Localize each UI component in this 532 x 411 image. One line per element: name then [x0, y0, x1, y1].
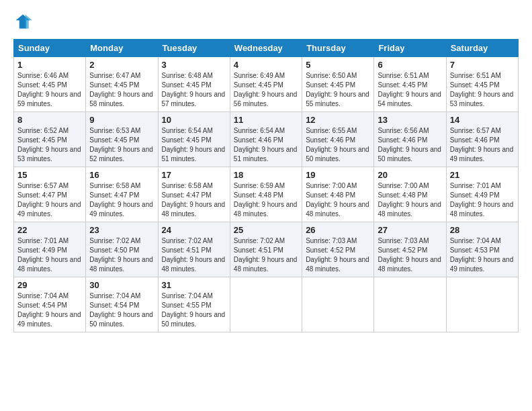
day-info: Sunrise: 7:00 AMSunset: 4:48 PMDaylight:…	[306, 182, 369, 218]
logo	[13, 12, 35, 31]
calendar-cell: 7 Sunrise: 6:51 AMSunset: 4:45 PMDayligh…	[446, 57, 518, 112]
day-info: Sunrise: 6:58 AMSunset: 4:47 PMDaylight:…	[89, 182, 153, 218]
day-number: 15	[17, 170, 82, 180]
day-info: Sunrise: 6:54 AMSunset: 4:45 PMDaylight:…	[162, 127, 226, 163]
day-info: Sunrise: 6:51 AMSunset: 4:45 PMDaylight:…	[378, 72, 441, 107]
day-info: Sunrise: 6:54 AMSunset: 4:46 PMDaylight:…	[234, 127, 298, 163]
day-info: Sunrise: 6:59 AMSunset: 4:48 PMDaylight:…	[234, 182, 298, 218]
day-info: Sunrise: 7:02 AMSunset: 4:51 PMDaylight:…	[234, 237, 298, 273]
day-number: 29	[17, 280, 82, 290]
calendar-cell: 30 Sunrise: 7:04 AMSunset: 4:54 PMDaylig…	[86, 277, 158, 332]
day-info: Sunrise: 6:57 AMSunset: 4:46 PMDaylight:…	[450, 127, 514, 163]
day-number: 12	[306, 115, 370, 125]
day-number: 22	[17, 225, 82, 235]
day-number: 20	[378, 170, 442, 180]
calendar-cell	[374, 277, 446, 332]
calendar-cell: 5 Sunrise: 6:50 AMSunset: 4:45 PMDayligh…	[302, 57, 374, 112]
day-info: Sunrise: 7:04 AMSunset: 4:53 PMDaylight:…	[450, 237, 514, 273]
day-number: 25	[234, 225, 298, 235]
calendar-cell: 11 Sunrise: 6:54 AMSunset: 4:46 PMDaylig…	[230, 112, 302, 167]
day-info: Sunrise: 7:01 AMSunset: 4:49 PMDaylight:…	[450, 182, 514, 218]
day-number: 30	[89, 280, 154, 290]
calendar-cell: 1 Sunrise: 6:46 AMSunset: 4:45 PMDayligh…	[14, 57, 86, 112]
day-number: 26	[306, 225, 370, 235]
day-number: 19	[306, 170, 370, 180]
calendar-cell: 13 Sunrise: 6:56 AMSunset: 4:46 PMDaylig…	[374, 112, 446, 167]
day-number: 10	[162, 115, 226, 125]
calendar-cell: 19 Sunrise: 7:00 AMSunset: 4:48 PMDaylig…	[302, 167, 374, 222]
day-info: Sunrise: 6:49 AMSunset: 4:45 PMDaylight:…	[234, 72, 298, 107]
weekday-header: Monday	[86, 40, 158, 57]
day-number: 23	[89, 225, 154, 235]
day-info: Sunrise: 6:47 AMSunset: 4:45 PMDaylight:…	[89, 72, 153, 107]
calendar-cell: 27 Sunrise: 7:03 AMSunset: 4:52 PMDaylig…	[374, 222, 446, 277]
day-info: Sunrise: 7:03 AMSunset: 4:52 PMDaylight:…	[306, 237, 369, 273]
day-info: Sunrise: 7:04 AMSunset: 4:54 PMDaylight:…	[89, 292, 153, 328]
calendar-cell: 8 Sunrise: 6:52 AMSunset: 4:45 PMDayligh…	[14, 112, 86, 167]
day-info: Sunrise: 7:04 AMSunset: 4:55 PMDaylight:…	[162, 292, 226, 328]
day-number: 11	[234, 115, 298, 125]
day-number: 7	[450, 60, 515, 70]
calendar-cell: 2 Sunrise: 6:47 AMSunset: 4:45 PMDayligh…	[86, 57, 158, 112]
day-number: 6	[378, 60, 442, 70]
calendar-cell: 14 Sunrise: 6:57 AMSunset: 4:46 PMDaylig…	[446, 112, 518, 167]
weekday-header: Tuesday	[158, 40, 230, 57]
day-info: Sunrise: 6:58 AMSunset: 4:47 PMDaylight:…	[162, 182, 226, 218]
calendar-cell	[446, 277, 518, 332]
calendar-cell: 3 Sunrise: 6:48 AMSunset: 4:45 PMDayligh…	[158, 57, 230, 112]
day-info: Sunrise: 7:00 AMSunset: 4:48 PMDaylight:…	[378, 182, 441, 218]
logo-icon	[13, 12, 32, 31]
day-number: 8	[17, 115, 82, 125]
day-info: Sunrise: 6:51 AMSunset: 4:45 PMDaylight:…	[450, 72, 514, 107]
calendar-cell: 24 Sunrise: 7:02 AMSunset: 4:51 PMDaylig…	[158, 222, 230, 277]
day-info: Sunrise: 6:53 AMSunset: 4:45 PMDaylight:…	[89, 127, 153, 163]
calendar-cell: 12 Sunrise: 6:55 AMSunset: 4:46 PMDaylig…	[302, 112, 374, 167]
day-number: 4	[234, 60, 298, 70]
day-number: 24	[162, 225, 226, 235]
day-number: 17	[162, 170, 226, 180]
day-number: 21	[450, 170, 515, 180]
day-info: Sunrise: 7:01 AMSunset: 4:49 PMDaylight:…	[17, 237, 81, 273]
day-number: 18	[234, 170, 298, 180]
calendar-cell: 20 Sunrise: 7:00 AMSunset: 4:48 PMDaylig…	[374, 167, 446, 222]
calendar-cell: 23 Sunrise: 7:02 AMSunset: 4:50 PMDaylig…	[86, 222, 158, 277]
calendar-week-row: 8 Sunrise: 6:52 AMSunset: 4:45 PMDayligh…	[14, 112, 519, 167]
page-container: SundayMondayTuesdayWednesdayThursdayFrid…	[0, 0, 532, 340]
weekday-header: Sunday	[14, 40, 86, 57]
day-number: 1	[17, 60, 82, 70]
calendar: SundayMondayTuesdayWednesdayThursdayFrid…	[13, 39, 519, 332]
day-info: Sunrise: 6:46 AMSunset: 4:45 PMDaylight:…	[17, 72, 81, 107]
day-info: Sunrise: 7:03 AMSunset: 4:52 PMDaylight:…	[378, 237, 441, 273]
calendar-cell: 15 Sunrise: 6:57 AMSunset: 4:47 PMDaylig…	[14, 167, 86, 222]
calendar-cell: 28 Sunrise: 7:04 AMSunset: 4:53 PMDaylig…	[446, 222, 518, 277]
day-number: 28	[450, 225, 515, 235]
day-number: 13	[378, 115, 442, 125]
day-number: 31	[162, 280, 226, 290]
calendar-week-row: 22 Sunrise: 7:01 AMSunset: 4:49 PMDaylig…	[14, 222, 519, 277]
day-info: Sunrise: 7:04 AMSunset: 4:54 PMDaylight:…	[17, 292, 81, 328]
day-info: Sunrise: 6:50 AMSunset: 4:45 PMDaylight:…	[306, 72, 369, 107]
day-number: 27	[378, 225, 442, 235]
day-number: 3	[162, 60, 226, 70]
weekday-header: Wednesday	[230, 40, 302, 57]
day-info: Sunrise: 7:02 AMSunset: 4:50 PMDaylight:…	[89, 237, 153, 273]
calendar-week-row: 15 Sunrise: 6:57 AMSunset: 4:47 PMDaylig…	[14, 167, 519, 222]
day-info: Sunrise: 6:52 AMSunset: 4:45 PMDaylight:…	[17, 127, 81, 163]
calendar-cell	[230, 277, 302, 332]
calendar-body: 1 Sunrise: 6:46 AMSunset: 4:45 PMDayligh…	[14, 57, 519, 332]
calendar-cell: 31 Sunrise: 7:04 AMSunset: 4:55 PMDaylig…	[158, 277, 230, 332]
calendar-week-row: 1 Sunrise: 6:46 AMSunset: 4:45 PMDayligh…	[14, 57, 519, 112]
day-number: 16	[89, 170, 154, 180]
calendar-cell: 4 Sunrise: 6:49 AMSunset: 4:45 PMDayligh…	[230, 57, 302, 112]
day-info: Sunrise: 6:48 AMSunset: 4:45 PMDaylight:…	[162, 72, 226, 107]
day-number: 5	[306, 60, 370, 70]
calendar-cell: 16 Sunrise: 6:58 AMSunset: 4:47 PMDaylig…	[86, 167, 158, 222]
day-number: 14	[450, 115, 515, 125]
calendar-cell: 29 Sunrise: 7:04 AMSunset: 4:54 PMDaylig…	[14, 277, 86, 332]
calendar-cell: 9 Sunrise: 6:53 AMSunset: 4:45 PMDayligh…	[86, 112, 158, 167]
day-info: Sunrise: 7:02 AMSunset: 4:51 PMDaylight:…	[162, 237, 226, 273]
day-info: Sunrise: 6:55 AMSunset: 4:46 PMDaylight:…	[306, 127, 369, 163]
calendar-cell: 25 Sunrise: 7:02 AMSunset: 4:51 PMDaylig…	[230, 222, 302, 277]
day-number: 2	[89, 60, 154, 70]
calendar-cell: 26 Sunrise: 7:03 AMSunset: 4:52 PMDaylig…	[302, 222, 374, 277]
